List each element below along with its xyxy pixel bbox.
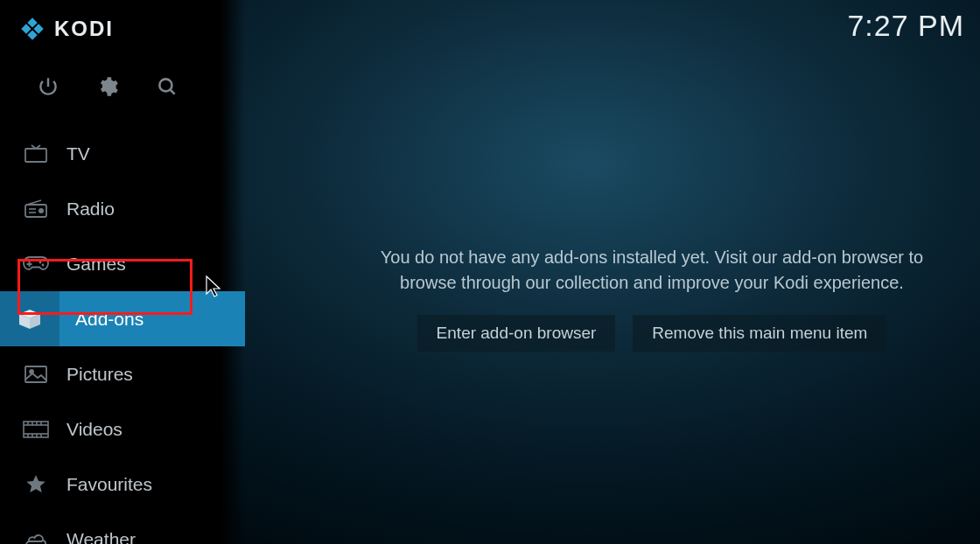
menu-item-addons[interactable]: Add-ons	[0, 291, 245, 346]
menu-label: Videos	[66, 419, 122, 440]
menu-label: TV	[66, 143, 90, 164]
content-area: You do not have any add-ons installed ye…	[245, 0, 980, 544]
svg-rect-6	[25, 149, 46, 162]
menu-label: Add-ons	[75, 309, 144, 330]
power-icon[interactable]	[37, 75, 60, 98]
main-menu: TV Radio Games Add-ons Pictures	[0, 126, 245, 544]
gear-icon[interactable]	[96, 75, 119, 98]
star-icon	[21, 473, 51, 496]
app-name: KODI	[54, 17, 114, 41]
menu-item-games[interactable]: Games	[0, 236, 245, 291]
svg-point-10	[38, 208, 44, 213]
menu-label: Radio	[66, 199, 115, 220]
kodi-logo-icon	[19, 16, 46, 42]
tv-icon	[21, 143, 51, 164]
videos-icon	[21, 421, 51, 438]
weather-icon	[21, 529, 51, 545]
enter-addon-browser-button[interactable]: Enter add-on browser	[417, 315, 616, 352]
menu-label: Games	[66, 254, 126, 275]
games-icon	[21, 255, 51, 273]
menu-label: Favourites	[66, 474, 152, 495]
svg-rect-1	[33, 24, 43, 33]
radio-icon	[21, 199, 51, 219]
pictures-icon	[21, 365, 51, 384]
svg-point-16	[39, 261, 42, 263]
svg-line-5	[170, 89, 174, 94]
remove-main-menu-item-button[interactable]: Remove this main menu item	[633, 315, 886, 352]
svg-point-17	[42, 263, 45, 266]
menu-item-weather[interactable]: Weather	[0, 512, 245, 544]
menu-item-favourites[interactable]: Favourites	[0, 457, 245, 512]
svg-rect-2	[21, 24, 31, 33]
addons-icon	[0, 291, 60, 346]
search-icon[interactable]	[156, 75, 178, 98]
app-logo: KODI	[0, 0, 245, 49]
menu-label: Pictures	[66, 364, 133, 385]
svg-rect-3	[27, 30, 37, 39]
svg-rect-18	[25, 366, 46, 382]
svg-rect-0	[27, 17, 37, 27]
menu-item-radio[interactable]: Radio	[0, 181, 245, 236]
menu-item-pictures[interactable]: Pictures	[0, 346, 245, 401]
menu-label: Weather	[66, 529, 136, 545]
sidebar: KODI TV Radio Games	[0, 0, 245, 544]
menu-item-tv[interactable]: TV	[0, 126, 245, 181]
top-icon-row	[0, 49, 245, 119]
content-button-row: Enter add-on browser Remove this main me…	[339, 315, 887, 352]
addons-empty-message: You do not have any add-ons installed ye…	[271, 245, 954, 296]
svg-rect-15	[27, 263, 32, 265]
menu-item-videos[interactable]: Videos	[0, 401, 245, 457]
svg-point-4	[159, 79, 172, 91]
